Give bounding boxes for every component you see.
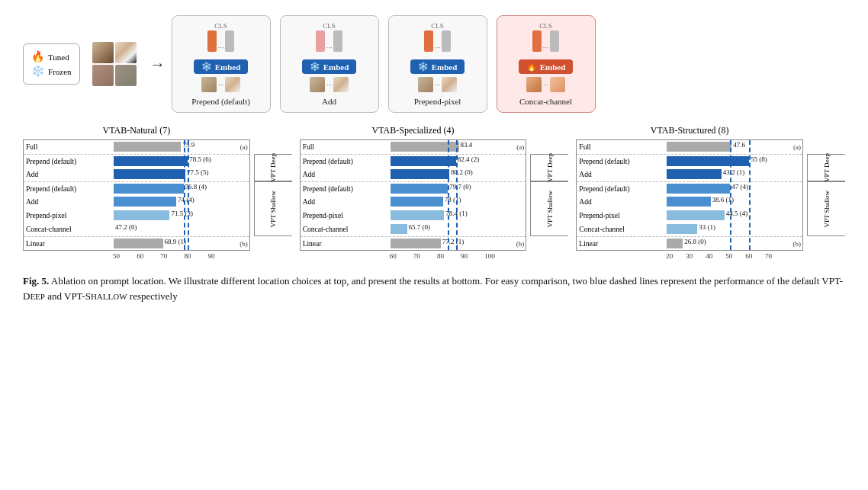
- variant-add-label: Add: [322, 97, 336, 106]
- embed-btn-add: ❄️ Embed: [302, 59, 357, 74]
- row-label-0-6: Concat-channel: [24, 226, 114, 233]
- bar-value-2-7: 26.8 (0): [683, 238, 706, 245]
- row-label-2-6: Concat-channel: [577, 226, 667, 233]
- row-label-0-2: Add: [24, 171, 114, 178]
- row-label-1-4: Add: [301, 198, 391, 206]
- bar-fill-0-3: [114, 184, 184, 194]
- bar-fill-0-2: [114, 169, 185, 179]
- section-label-2-7: (b): [784, 240, 802, 248]
- mini-img-dog: [201, 77, 217, 92]
- bar-value-0-4: 74 (4): [176, 196, 194, 203]
- bar-container-0-3: 76.8 (4): [114, 182, 231, 196]
- bar-container-0-5: 71.5 (3): [114, 209, 231, 223]
- bar-value-0-7: 68.9 (1): [163, 238, 187, 245]
- row-label-0-0: Full: [24, 143, 114, 151]
- input-image-cat: [92, 65, 114, 86]
- vit-block-gray3: [442, 30, 451, 52]
- pixel-mini-img-puppy: [442, 77, 457, 92]
- section-label-0-7: (b): [231, 240, 249, 248]
- embed-btn-concat: 🔥 Embed: [519, 59, 574, 74]
- row-label-2-1: Prepend (default): [577, 158, 667, 165]
- row-label-2-7: Linear: [577, 240, 667, 248]
- snowflake-embed-icon: ❄️: [201, 62, 212, 72]
- row-label-2-4: Add: [577, 198, 667, 206]
- legend-tuned: 🔥 Tuned: [31, 50, 72, 63]
- chart-row-0-2: Add77.5 (5): [24, 168, 249, 181]
- bar-value-1-7: 77.2 (1): [441, 238, 465, 245]
- chart-row-1-3: Prepend (default)79.7 (0): [301, 181, 526, 195]
- chart-area-natural: Full75.9(a)Prepend (default)78.5 (6)Add7…: [23, 139, 250, 251]
- bar-container-2-1: 55 (8): [667, 155, 784, 168]
- bar-value-1-6: 65.7 (0): [407, 223, 431, 231]
- bar-value-2-1: 55 (8): [749, 155, 767, 163]
- bar-fill-2-5: [667, 210, 724, 220]
- vit-block-orange: [207, 30, 217, 52]
- bar-container-0-0: 75.9: [114, 140, 231, 154]
- bar-container-0-7: 68.9 (1): [114, 237, 231, 251]
- bar-container-1-5: 78.4 (1): [391, 209, 508, 223]
- bar-fill-2-2: [667, 169, 721, 179]
- section-label-1-7: (b): [507, 240, 526, 248]
- bar-container-0-1: 78.5 (6): [114, 155, 231, 168]
- bar-container-1-1: 82.4 (2): [391, 155, 508, 168]
- bar-container-0-6: 47.2 (0): [114, 223, 231, 236]
- bar-value-0-0: 75.9: [181, 141, 194, 149]
- prepend-mini-images: ···: [201, 77, 240, 92]
- vit-block-orange3: [532, 30, 542, 52]
- bar-container-2-0: 47.6: [667, 140, 784, 154]
- bar-value-1-0: 83.4: [459, 141, 473, 149]
- row-label-1-6: Concat-channel: [301, 226, 391, 233]
- bar-container-2-5: 44.5 (4): [667, 209, 784, 223]
- row-label-2-5: Prepend-pixel: [577, 212, 667, 219]
- caption-text2: EEP: [30, 292, 45, 301]
- chart-row-2-6: Concat-channel33 (1): [577, 223, 802, 236]
- variant-concat: CLS ··· 🔥 Embed ··· Concat-channel: [497, 15, 596, 113]
- bar-value-2-3: 47 (4): [730, 183, 748, 191]
- input-image-other: [115, 65, 137, 86]
- chart-row-0-6: Concat-channel47.2 (0): [24, 223, 249, 236]
- x-axis-1: 60708090100: [300, 252, 527, 260]
- charts-section: VTAB-Natural (7)Full75.9(a)Prepend (defa…: [23, 125, 845, 260]
- row-label-0-7: Linear: [24, 240, 114, 248]
- bar-container-2-4: 38.6 (1): [667, 195, 784, 209]
- bar-container-0-2: 77.5 (5): [114, 168, 231, 181]
- snowflake-pixel-icon: ❄️: [418, 62, 429, 72]
- bar-container-2-2: 43.2 (1): [667, 168, 784, 181]
- chart-row-0-4: Add74 (4): [24, 195, 249, 209]
- chart-row-1-4: Add78 (1): [301, 195, 526, 209]
- variant-prepend-label: Prepend (default): [191, 97, 250, 106]
- vit-block-gray2: [333, 30, 342, 52]
- arrow-icon: →: [150, 56, 166, 73]
- bar-fill-2-0: [667, 142, 731, 152]
- bar-container-1-7: 77.2 (1): [391, 237, 508, 251]
- flame-icon: 🔥: [31, 50, 44, 63]
- variant-prepend-inner: CLS ···: [207, 22, 233, 52]
- section-label-1-0: (a): [507, 143, 526, 151]
- bar-value-0-2: 77.5 (5): [185, 168, 209, 176]
- bar-value-2-4: 38.6 (1): [711, 196, 735, 203]
- bar-fill-2-7: [667, 239, 683, 248]
- variant-prepend-pixel: CLS ··· ❄️ Embed ··· Prepend-pixel: [388, 15, 487, 113]
- bar-value-1-1: 82.4 (2): [456, 155, 480, 163]
- diagram-variants: CLS ··· ❄️ Embed ··· Prepend (default): [172, 15, 596, 113]
- variant-concat-inner: CLS ···: [532, 22, 558, 52]
- row-label-1-5: Prepend-pixel: [301, 212, 391, 219]
- variant-concat-label: Concat-channel: [519, 97, 572, 106]
- mini-img-puppy: [225, 77, 240, 92]
- bar-container-1-4: 78 (1): [391, 195, 508, 209]
- chart-row-2-5: Prepend-pixel44.5 (4): [577, 209, 802, 223]
- concat-mini-img-dog: [526, 77, 542, 92]
- chart-row-1-7: Linear77.2 (1)(b): [301, 236, 526, 250]
- fig-label: Fig. 5.: [23, 275, 49, 287]
- row-label-1-0: Full: [301, 143, 391, 151]
- row-label-0-5: Prepend-pixel: [24, 212, 114, 219]
- bar-container-2-6: 33 (1): [667, 223, 784, 236]
- pixel-mini-img-dog: [418, 77, 433, 92]
- bar-container-1-0: 83.4: [391, 140, 508, 154]
- bar-value-1-3: 79.7 (0): [448, 183, 471, 191]
- chart-structured: VTAB-Structured (8)Full47.6(a)Prepend (d…: [576, 125, 845, 260]
- section-bracket-label: VPT Shallow: [530, 181, 568, 236]
- chart-row-1-2: Add80.2 (0): [301, 168, 526, 181]
- chart-title-natural: VTAB-Natural (7): [23, 125, 250, 136]
- chart-row-1-6: Concat-channel65.7 (0): [301, 223, 526, 236]
